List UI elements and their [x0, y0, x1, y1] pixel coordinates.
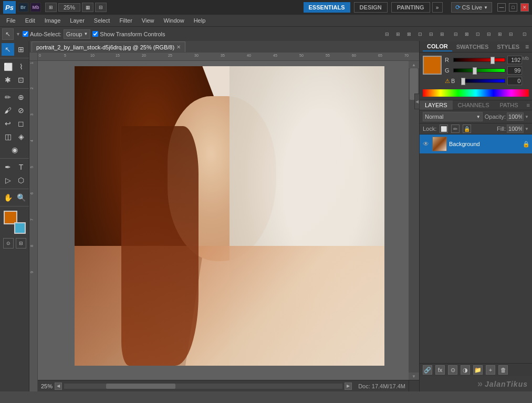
maximize-btn[interactable]: □	[509, 3, 517, 12]
r-slider-track[interactable]	[453, 58, 505, 62]
color-panel-options-btn[interactable]: ≡	[525, 43, 529, 50]
crop-btn[interactable]: ⊡	[15, 74, 27, 86]
dodge-btn[interactable]: ◉	[8, 143, 21, 156]
b-slider-track[interactable]	[461, 79, 505, 83]
b-value-input[interactable]	[507, 77, 522, 85]
menu-image[interactable]: Image	[40, 16, 65, 25]
distribute-top-btn[interactable]: ⊟	[484, 29, 494, 39]
screen-mode-btn[interactable]: ⊞	[45, 3, 57, 12]
new-group-btn[interactable]: 📁	[473, 365, 483, 375]
menu-view[interactable]: View	[138, 16, 159, 25]
clone-stamp-btn[interactable]: ⊘	[15, 104, 27, 117]
eraser-btn[interactable]: ◻	[15, 117, 27, 130]
distribute-right-btn[interactable]: ⊡	[473, 29, 483, 39]
menu-select[interactable]: Select	[90, 16, 114, 25]
auto-select-checkbox[interactable]	[23, 31, 28, 37]
document-tab[interactable]: portrait_2_by_liam_stock-d5j6drq.jpg @ 2…	[32, 42, 185, 52]
distribute-left-btn[interactable]: ⊟	[451, 29, 461, 39]
layer-visibility-icon[interactable]: 👁	[422, 140, 430, 148]
move-tool-btn[interactable]: ↖	[2, 43, 14, 56]
delete-layer-btn[interactable]: 🗑	[498, 365, 508, 375]
styles-tab[interactable]: STYLES	[493, 43, 524, 51]
close-btn[interactable]: ✕	[520, 3, 529, 12]
align-bottom-btn[interactable]: ⊞	[437, 29, 447, 39]
layers-panel-options-btn[interactable]: ≡	[524, 100, 532, 110]
scroll-up-btn[interactable]: ▲	[409, 61, 419, 68]
r-slider-thumb[interactable]	[491, 57, 495, 64]
new-layer-btn[interactable]: +	[486, 365, 495, 375]
fill-dropdown-arrow[interactable]: ▼	[525, 127, 529, 131]
menu-file[interactable]: File	[2, 16, 20, 25]
menu-layer[interactable]: Layer	[66, 16, 89, 25]
path-select-btn[interactable]: ▷	[2, 174, 14, 187]
distribute-center-v-btn[interactable]: ⊞	[495, 29, 505, 39]
workspace-design-btn[interactable]: DESIGN	[354, 2, 388, 13]
swatches-tab[interactable]: SWATCHES	[452, 43, 493, 51]
blur-btn[interactable]: ◈	[15, 130, 27, 143]
history-brush-btn[interactable]: ↩	[2, 117, 14, 130]
quick-select-btn[interactable]: ✱	[2, 74, 14, 86]
quick-mask-btn[interactable]: ⊙	[3, 238, 14, 249]
lock-all-btn[interactable]: 🔒	[463, 125, 471, 133]
distribute-bottom-btn[interactable]: ⊟	[506, 29, 516, 39]
g-slider-thumb[interactable]	[473, 67, 477, 75]
color-tab[interactable]: COLOR	[423, 42, 452, 51]
align-center-h-btn[interactable]: ⊞	[393, 29, 403, 39]
layers-tab[interactable]: LAYERS	[420, 100, 453, 110]
add-style-btn[interactable]: fx	[435, 365, 445, 375]
healing-btn[interactable]: ⊕	[15, 91, 27, 104]
hand-btn[interactable]: ✋	[2, 191, 14, 204]
menu-filter[interactable]: Filter	[115, 16, 136, 25]
brush-btn[interactable]: 🖌	[2, 104, 14, 117]
scrollbar-h-thumb[interactable]	[106, 384, 176, 389]
g-slider-track[interactable]	[453, 68, 505, 73]
minimize-btn[interactable]: —	[497, 3, 506, 12]
cs-live-btn[interactable]: ⟳ CS Live ▼	[451, 2, 492, 13]
more-workspaces-btn[interactable]: »	[432, 2, 443, 13]
type-btn[interactable]: T	[15, 161, 27, 173]
align-right-btn[interactable]: ⊠	[404, 29, 414, 39]
lasso-btn[interactable]: ⌇	[15, 60, 27, 73]
workspace-painting-btn[interactable]: PAINTING	[391, 2, 430, 13]
add-mask-btn[interactable]: ⊙	[448, 365, 457, 375]
auto-align-btn[interactable]: ⊡	[519, 29, 530, 39]
background-color-swatch[interactable]	[14, 222, 26, 234]
b-slider-thumb[interactable]	[461, 78, 465, 85]
r-value-input[interactable]	[507, 56, 522, 64]
g-value-input[interactable]	[507, 66, 522, 75]
distribute-center-h-btn[interactable]: ⊠	[462, 29, 472, 39]
menu-edit[interactable]: Edit	[21, 16, 39, 25]
screen-view-btn[interactable]: ⊟	[95, 3, 107, 12]
shape-btn[interactable]: ⬡	[15, 174, 27, 187]
link-layers-btn[interactable]: 🔗	[423, 365, 432, 375]
blend-mode-dropdown[interactable]: Normal ▼	[423, 112, 483, 121]
color-main-swatch[interactable]	[423, 56, 442, 75]
paths-tab[interactable]: PATHS	[495, 100, 524, 110]
minibridge-logo[interactable]: Mb	[30, 3, 41, 12]
align-top-btn[interactable]: ⊡	[415, 29, 425, 39]
eyedropper-btn[interactable]: ✏	[2, 91, 14, 104]
workspace-essentials-btn[interactable]: ESSENTIALS	[304, 2, 350, 13]
artboard-tool-btn[interactable]: ⊞	[15, 43, 27, 56]
layer-row-background[interactable]: 👁 Background 🔒	[420, 135, 532, 153]
rect-marquee-btn[interactable]: ⬜	[2, 60, 14, 73]
gradient-btn[interactable]: ◫	[2, 130, 14, 143]
right-panel-collapse-btn[interactable]: ◀	[414, 94, 420, 109]
opacity-input[interactable]	[507, 112, 524, 121]
scroll-left-btn[interactable]: ◀	[55, 383, 62, 390]
lock-pixels-btn[interactable]: ⬜	[440, 125, 448, 133]
add-adjustment-btn[interactable]: ◑	[461, 365, 470, 375]
show-transform-checkbox[interactable]	[92, 31, 98, 37]
color-spectrum-bar[interactable]	[423, 89, 529, 97]
pen-btn[interactable]: ✒	[2, 161, 14, 173]
fill-input[interactable]	[507, 125, 524, 133]
scroll-down-btn[interactable]: ▼	[409, 373, 419, 380]
opacity-dropdown-arrow[interactable]: ▼	[525, 115, 529, 119]
zoom-display[interactable]: 25%	[58, 3, 80, 12]
screen-mode-btn-toolbar[interactable]: ⊟	[16, 238, 26, 249]
screen-layout-btn[interactable]: ▦	[82, 3, 93, 12]
bridge-logo[interactable]: Br	[18, 3, 28, 12]
lock-position-btn[interactable]: ✏	[451, 125, 460, 133]
auto-select-dropdown[interactable]: Group ▼	[64, 29, 91, 39]
menu-window[interactable]: Window	[160, 16, 189, 25]
